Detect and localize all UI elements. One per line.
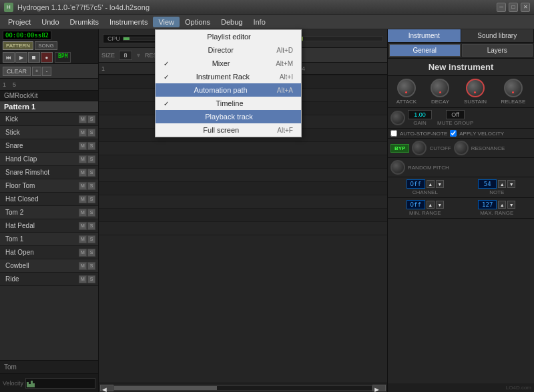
mute-tom1[interactable]: M	[79, 235, 87, 243]
play-btn[interactable]: ▶	[15, 52, 27, 63]
min-range-down[interactable]: ▼	[436, 201, 444, 209]
instrument-kick[interactable]: Kick M S	[0, 113, 98, 126]
subtab-layers[interactable]: Layers	[462, 44, 533, 57]
menu-director[interactable]: Director Alt+D	[156, 43, 301, 57]
scroll-left[interactable]: ◄	[100, 385, 113, 391]
grid-row[interactable]	[99, 142, 387, 155]
mute-hatclosed[interactable]: M	[79, 195, 87, 203]
note-display[interactable]: 54	[478, 179, 497, 189]
solo-ride[interactable]: S	[87, 275, 95, 283]
release-knob[interactable]	[504, 79, 523, 97]
max-range-display[interactable]: 127	[478, 200, 497, 209]
grid-row[interactable]	[99, 169, 387, 182]
minimize-button[interactable]: ─	[497, 3, 506, 12]
clear-btn[interactable]: CLEAR	[3, 67, 31, 76]
solo-handclap[interactable]: S	[87, 155, 95, 163]
stop-btn[interactable]: ⏹	[28, 52, 40, 63]
gain-knob[interactable]	[390, 111, 405, 125]
close-button[interactable]: ✕	[521, 3, 530, 12]
grid-row[interactable]	[99, 209, 387, 222]
solo-floortom[interactable]: S	[87, 182, 95, 190]
rewind-btn[interactable]: ⏮	[3, 52, 15, 63]
min-range-up[interactable]: ▲	[427, 201, 435, 209]
menu-mixer[interactable]: Mixer Alt+M	[156, 57, 301, 70]
instrument-handclap[interactable]: Hand Clap M S	[0, 153, 98, 166]
pattern-btn[interactable]: PATTERN	[3, 41, 33, 50]
sustain-knob[interactable]	[466, 79, 485, 97]
instrument-stick[interactable]: Stick M S	[0, 126, 98, 139]
cutoff-knob[interactable]	[412, 141, 427, 155]
max-range-down[interactable]: ▼	[507, 201, 515, 209]
plus-btn[interactable]: +	[32, 67, 41, 76]
mute-cowbell[interactable]: M	[79, 262, 87, 270]
menu-fullscreen[interactable]: Full screen Alt+F	[156, 123, 301, 137]
scroll-track[interactable]	[113, 385, 372, 391]
record-btn[interactable]: ●	[41, 52, 53, 63]
horizontal-scrollbar[interactable]: ◄ ►	[99, 383, 387, 392]
grid-row[interactable]	[99, 155, 387, 169]
auto-stop-checkbox[interactable]	[390, 130, 397, 137]
instrument-cowbell[interactable]: Cowbell M S	[0, 259, 98, 273]
min-range-display[interactable]: Off	[407, 200, 425, 209]
channel-down[interactable]: ▼	[436, 180, 444, 188]
attack-knob[interactable]	[397, 79, 416, 97]
note-up[interactable]: ▲	[498, 180, 506, 188]
solo-snare[interactable]: S	[87, 142, 95, 150]
menu-project[interactable]: Project	[3, 17, 36, 27]
instrument-tom1[interactable]: Tom 1 M S	[0, 233, 98, 246]
instrument-floor-tom[interactable]: Floor Tom M S	[0, 179, 98, 193]
grid-row[interactable]	[99, 195, 387, 209]
grid-row[interactable]	[99, 182, 387, 195]
solo-rimshot[interactable]: S	[87, 169, 95, 177]
mute-handclap[interactable]: M	[79, 155, 87, 163]
scroll-right[interactable]: ►	[372, 385, 386, 391]
menu-info[interactable]: Info	[248, 17, 270, 27]
instrument-ride[interactable]: Ride M S	[0, 273, 98, 286]
mute-floortom[interactable]: M	[79, 182, 87, 190]
menu-playlist-editor[interactable]: Playlist editor	[156, 30, 301, 43]
mute-kick[interactable]: M	[79, 115, 87, 123]
menu-view[interactable]: View	[153, 17, 180, 27]
grid-row[interactable]	[99, 222, 387, 235]
menu-automation-path[interactable]: Automation path Alt+A	[156, 83, 301, 97]
instrument-hat-closed[interactable]: Hat Closed M S	[0, 193, 98, 206]
mute-group-display[interactable]: Off	[446, 110, 465, 119]
solo-tom1[interactable]: S	[87, 235, 95, 243]
solo-hatclosed[interactable]: S	[87, 195, 95, 203]
solo-hatopen[interactable]: S	[87, 249, 95, 257]
solo-kick[interactable]: S	[87, 115, 95, 123]
note-down[interactable]: ▼	[507, 180, 515, 188]
solo-hatpedal[interactable]: S	[87, 222, 95, 230]
menu-options[interactable]: Options	[180, 17, 216, 27]
mute-hatpedal[interactable]: M	[79, 222, 87, 230]
gain-display[interactable]: 1.00	[408, 110, 432, 119]
subtab-general[interactable]: General	[389, 44, 461, 57]
instrument-snare[interactable]: Snare M S	[0, 139, 98, 153]
tab-sound-library[interactable]: Sound library	[461, 29, 535, 42]
song-btn[interactable]: SONG	[35, 41, 57, 50]
mute-hatopen[interactable]: M	[79, 249, 87, 257]
instrument-snare-rimshot[interactable]: Snare Rimshot M S	[0, 166, 98, 179]
bypass-button[interactable]: BYP	[390, 144, 409, 153]
mute-rimshot[interactable]: M	[79, 169, 87, 177]
scroll-thumb[interactable]	[114, 386, 217, 390]
solo-tom2[interactable]: S	[87, 209, 95, 217]
menu-debug[interactable]: Debug	[216, 17, 248, 27]
menu-undo[interactable]: Undo	[36, 17, 64, 27]
mute-tom2[interactable]: M	[79, 209, 87, 217]
instrument-hat-open[interactable]: Hat Open M S	[0, 246, 98, 259]
mute-snare[interactable]: M	[79, 142, 87, 150]
random-pitch-knob[interactable]	[390, 160, 405, 175]
maximize-button[interactable]: □	[509, 3, 518, 12]
instrument-hat-pedal[interactable]: Hat Pedal M S	[0, 219, 98, 233]
minus-btn[interactable]: -	[42, 67, 51, 76]
menu-timeline[interactable]: Timeline	[156, 97, 301, 110]
solo-cowbell[interactable]: S	[87, 262, 95, 270]
decay-knob[interactable]	[431, 79, 449, 97]
max-range-up[interactable]: ▲	[498, 201, 506, 209]
apply-vel-checkbox[interactable]	[450, 130, 457, 137]
channel-up[interactable]: ▲	[427, 180, 435, 188]
channel-display[interactable]: Off	[407, 179, 425, 189]
tab-instrument[interactable]: Instrument	[388, 29, 461, 42]
menu-instruments[interactable]: Instruments	[104, 17, 153, 27]
